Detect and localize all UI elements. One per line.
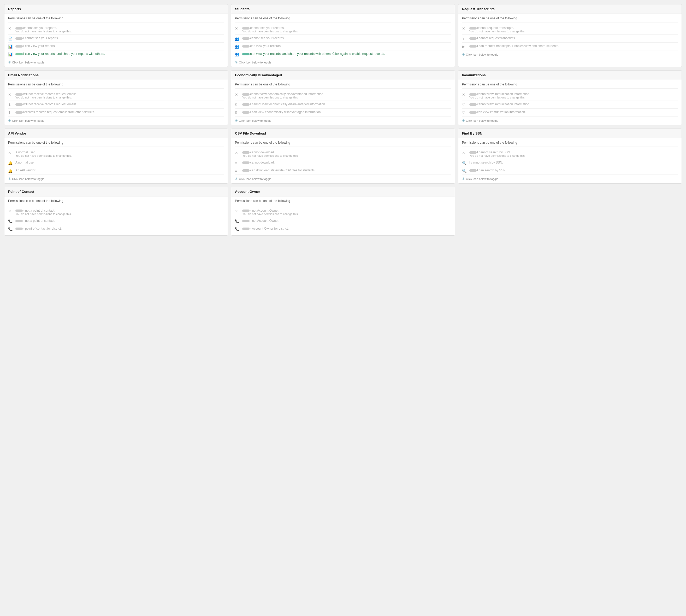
perm-icon-point-of-contact-1: 📞 [8, 219, 13, 223]
perm-text-wrap-economically-disadvantaged-0: cannot view economically disadvantaged i… [242, 92, 324, 99]
perm-text-wrap-api-vendor-2: An API vendor. [16, 169, 36, 172]
perm-text-account-owner-0: - not Account Owner. [242, 209, 298, 213]
perm-text-wrap-api-vendor-1: A normal user. [16, 161, 36, 164]
perm-text-immunizations-1: cannot view immunization information. [469, 103, 530, 106]
perm-item-reports-0: ✕cannot see your reports.You do not have… [8, 25, 224, 35]
perm-text-point-of-contact-0: - not a point of contact. [16, 209, 71, 213]
perm-item-api-vendor-1: 🔔A normal user. [8, 159, 224, 167]
perm-text-account-owner-1: - not Account Owner. [242, 219, 279, 223]
perm-icon-email-notifications-2: ⬇ [8, 110, 13, 115]
perm-text-wrap-reports-3: I can view your reports, and share your … [16, 52, 105, 56]
toggle-label-immunizations[interactable]: ✳Click icon below to toggle [462, 118, 678, 123]
perm-text-span-reports-0: cannot see your reports. [23, 26, 57, 30]
perm-badge-economically-disadvantaged-2 [242, 111, 250, 114]
perm-text-span-students-1: cannot see your records. [250, 36, 284, 40]
perm-text-csv-file-download-0: cannot download. [242, 151, 298, 154]
perm-text-span-economically-disadvantaged-0: cannot view economically disadvantaged i… [250, 92, 324, 96]
card-header-find-by-ssn: Find By SSN [458, 129, 682, 138]
perm-text-wrap-find-by-ssn-1: I cannot search by SSN. [469, 161, 503, 164]
perm-icon-reports-0: ✕ [8, 26, 13, 30]
perm-text-students-2: can view your records. [242, 44, 281, 48]
perm-item-account-owner-0: ✕- not Account Owner.You do not have per… [235, 207, 451, 217]
perm-icon-students-0: ✕ [235, 26, 240, 30]
perm-icon-account-owner-1: 📞 [235, 219, 240, 223]
perm-text-api-vendor-0: A normal user. [16, 151, 71, 154]
toggle-label-students[interactable]: ✳Click icon below to toggle [235, 60, 451, 64]
perm-icon-point-of-contact-0: ✕ [8, 209, 13, 213]
toggle-text-immunizations: Click icon below to toggle [466, 119, 498, 122]
perm-icon-request-transcripts-1: ▷ [462, 37, 467, 41]
perm-text-economically-disadvantaged-0: cannot view economically disadvantaged i… [242, 92, 324, 96]
perm-text-wrap-find-by-ssn-0: I cannot search by SSN.You do not have p… [469, 151, 525, 157]
perm-badge-point-of-contact-0 [16, 210, 23, 212]
perm-badge-csv-file-download-1 [242, 161, 250, 164]
toggle-label-request-transcripts[interactable]: ✳Click icon below to toggle [462, 52, 678, 57]
card-header-reports: Reports [4, 4, 228, 14]
perm-text-span-request-transcripts-1: I cannot request transcripts. [477, 36, 516, 40]
toggle-label-csv-file-download[interactable]: ✳Click icon below to toggle [235, 177, 451, 181]
card-subtitle-csv-file-download: Permissions can be one of the following [235, 141, 451, 147]
perm-text-span-find-by-ssn-2: I can search by SSN. [477, 169, 507, 172]
toggle-star-find-by-ssn: ✳ [462, 177, 465, 181]
perm-item-csv-file-download-0: ✕cannot download.You do not have permiss… [235, 149, 451, 159]
perm-item-reports-3: 📊I can view your reports, and share your… [8, 50, 224, 58]
perm-icon-find-by-ssn-1: 🔍 [462, 161, 467, 165]
card-point-of-contact: Point of ContactPermissions can be one o… [4, 187, 228, 236]
perm-icon-reports-2: 📊 [8, 44, 13, 49]
perm-badge-find-by-ssn-0 [469, 151, 477, 154]
perm-item-email-notifications-1: ⬇will not receive records request emails… [8, 101, 224, 109]
card-subtitle-immunizations: Permissions can be one of the following [462, 83, 678, 89]
perm-subtext-find-by-ssn-0: You do not have permissions to change th… [469, 154, 525, 157]
perm-text-immunizations-2: can view immunization information. [469, 110, 526, 114]
perm-item-students-1: 👥cannot see your records. [235, 35, 451, 43]
perm-icon-reports-3: 📊 [8, 52, 13, 57]
perm-text-span-find-by-ssn-0: I cannot search by SSN. [477, 151, 511, 154]
perm-text-span-account-owner-0: - not Account Owner. [250, 209, 279, 213]
perm-icon-email-notifications-1: ⬇ [8, 103, 13, 107]
toggle-label-api-vendor[interactable]: ✳Click icon below to toggle [8, 177, 224, 181]
perm-item-find-by-ssn-1: 🔍I cannot search by SSN. [462, 159, 678, 167]
perm-text-account-owner-2: - Account Owner for district. [242, 227, 289, 230]
perm-text-span-email-notifications-2: receives records request emails from oth… [23, 110, 95, 114]
card-header-account-owner: Account Owner [231, 187, 455, 196]
perm-text-students-1: cannot see your records. [242, 36, 284, 40]
card-body-find-by-ssn: Permissions can be one of the following✕… [458, 138, 682, 183]
perm-subtext-immunizations-0: You do not have permissions to change th… [469, 96, 530, 99]
card-body-economically-disadvantaged: Permissions can be one of the following✕… [231, 80, 455, 125]
perm-item-immunizations-0: ✕cannot view immunization information.Yo… [462, 91, 678, 101]
perm-badge-point-of-contact-1 [16, 220, 23, 222]
perm-text-span-reports-2: I can view your reports. [23, 44, 55, 48]
perm-badge-students-3 [242, 53, 250, 56]
perm-item-immunizations-1: ♡cannot view immunization information. [462, 101, 678, 109]
toggle-label-economically-disadvantaged[interactable]: ✳Click icon below to toggle [235, 118, 451, 123]
perm-text-students-0: cannot see your records. [242, 26, 298, 30]
perm-text-wrap-csv-file-download-0: cannot download.You do not have permissi… [242, 151, 298, 157]
card-body-immunizations: Permissions can be one of the following✕… [458, 80, 682, 125]
card-subtitle-reports: Permissions can be one of the following [8, 17, 224, 22]
perm-text-wrap-point-of-contact-1: - not a point of contact. [16, 219, 55, 223]
perm-text-wrap-immunizations-2: can view immunization information. [469, 110, 526, 114]
toggle-label-email-notifications[interactable]: ✳Click icon below to toggle [8, 118, 224, 123]
perm-badge-account-owner-1 [242, 220, 250, 222]
card-economically-disadvantaged: Economically DisadvantagedPermissions ca… [231, 70, 455, 125]
perm-text-span-economically-disadvantaged-1: I cannot view economically disadvantaged… [250, 103, 326, 106]
perm-item-csv-file-download-2: ≡can download statewide CSV files for st… [235, 167, 451, 175]
perm-icon-find-by-ssn-0: ✕ [462, 151, 467, 155]
toggle-text-reports: Click icon below to toggle [12, 61, 44, 64]
toggle-text-api-vendor: Click icon below to toggle [12, 177, 44, 180]
card-email-notifications: Email NotificationsPermissions can be on… [4, 70, 228, 125]
perm-item-find-by-ssn-2: 🔍I can search by SSN. [462, 167, 678, 175]
perm-text-span-immunizations-0: cannot view immunization information. [477, 92, 530, 96]
perm-text-wrap-economically-disadvantaged-1: I cannot view economically disadvantaged… [242, 103, 326, 106]
perm-item-economically-disadvantaged-1: $I cannot view economically disadvantage… [235, 101, 451, 109]
perm-item-api-vendor-2: 🔔An API vendor. [8, 167, 224, 175]
perm-icon-find-by-ssn-2: 🔍 [462, 169, 467, 173]
perm-text-span-economically-disadvantaged-2: I can view economically disadvantaged in… [250, 110, 321, 114]
toggle-label-find-by-ssn[interactable]: ✳Click icon below to toggle [462, 177, 678, 181]
perm-badge-email-notifications-0 [16, 93, 23, 95]
toggle-text-economically-disadvantaged: Click icon below to toggle [239, 119, 271, 122]
perm-subtext-email-notifications-0: You do not have permissions to change th… [16, 96, 77, 99]
toggle-label-reports[interactable]: ✳Click icon below to toggle [8, 60, 224, 64]
perm-item-email-notifications-2: ⬇receives records request emails from ot… [8, 109, 224, 116]
card-subtitle-economically-disadvantaged: Permissions can be one of the following [235, 83, 451, 89]
